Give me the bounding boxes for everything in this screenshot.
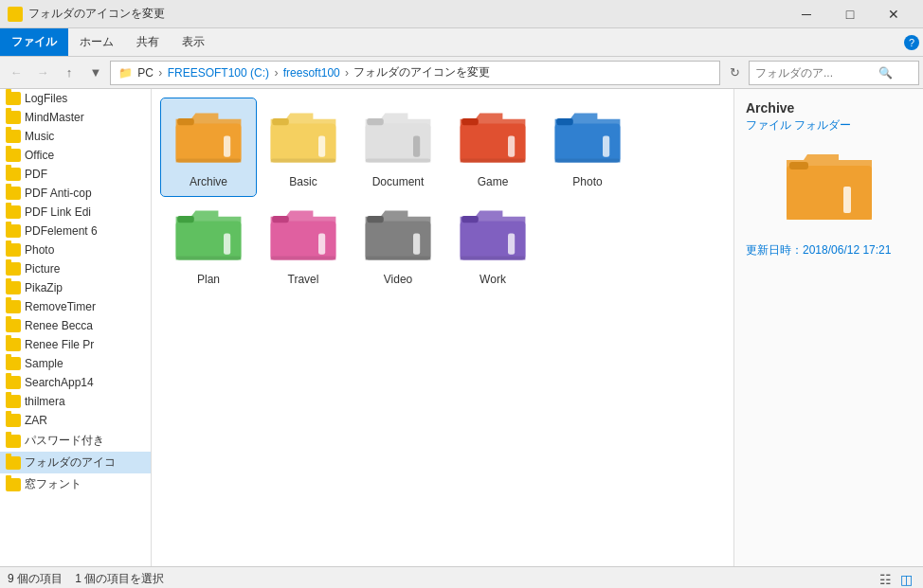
- folder-label: Basic: [289, 175, 317, 188]
- folder-icon: [174, 204, 243, 269]
- up-button[interactable]: ↑: [57, 61, 81, 85]
- search-input[interactable]: [755, 66, 878, 80]
- address-freesoft[interactable]: freesoft100: [283, 66, 340, 80]
- folder-label: Game: [478, 175, 509, 188]
- folder-label: Archive: [190, 175, 227, 188]
- sidebar-item[interactable]: Office: [0, 146, 151, 165]
- folder-icon-small: [6, 281, 21, 294]
- svg-rect-4: [176, 158, 242, 162]
- sidebar-item[interactable]: Picture: [0, 259, 151, 278]
- svg-rect-2: [177, 118, 194, 125]
- svg-rect-48: [843, 187, 851, 213]
- address-drive[interactable]: FREESOFT100 (C:): [168, 66, 269, 80]
- folder-item[interactable]: Travel: [256, 196, 351, 294]
- minimize-button[interactable]: ─: [785, 0, 828, 28]
- folder-item[interactable]: Archive: [161, 98, 256, 196]
- svg-rect-47: [789, 162, 808, 169]
- recent-locations-button[interactable]: ▼: [83, 61, 108, 85]
- sidebar-item[interactable]: LogFiles: [0, 89, 151, 108]
- svg-rect-26: [176, 222, 242, 260]
- folder-item[interactable]: Photo: [540, 98, 635, 196]
- help-icon[interactable]: ?: [904, 35, 919, 50]
- sidebar-item[interactable]: Renee Becca: [0, 316, 151, 335]
- folder-icon: [364, 106, 432, 171]
- sidebar-item[interactable]: Renee File Pr: [0, 335, 151, 354]
- folder-item[interactable]: Basic: [256, 98, 351, 196]
- svg-rect-46: [787, 166, 872, 220]
- ribbon-tabs: ファイル ホーム 共有 表示 ?: [0, 28, 923, 56]
- preview-name: Archive: [746, 100, 794, 116]
- folder-icon-small: [6, 414, 21, 427]
- tab-home[interactable]: ホーム: [68, 28, 125, 56]
- folder-item[interactable]: Game: [445, 98, 540, 196]
- sidebar-item[interactable]: RemoveTimer: [0, 297, 151, 316]
- svg-rect-28: [224, 233, 230, 254]
- folder-icon-small: [6, 300, 21, 313]
- svg-rect-18: [508, 135, 515, 156]
- sidebar-item-label: Music: [25, 130, 54, 143]
- sidebar-item[interactable]: PDF Anti-cop: [0, 184, 151, 203]
- selected-count-text: 1 個の項目を選択: [75, 572, 164, 585]
- sidebar-item-label: ZAR: [25, 414, 47, 427]
- svg-rect-42: [462, 216, 479, 223]
- sidebar-item-label: PDF: [25, 168, 47, 181]
- svg-rect-7: [272, 118, 289, 125]
- folder-icon-small: [6, 111, 21, 124]
- sidebar-item[interactable]: thilmera: [0, 392, 151, 411]
- svg-rect-39: [366, 256, 431, 259]
- main-layout: LogFilesMindMasterMusicOfficePDFPDF Anti…: [0, 89, 923, 566]
- svg-rect-29: [176, 256, 242, 259]
- close-button[interactable]: ✕: [872, 0, 915, 28]
- folder-item[interactable]: Video: [351, 196, 445, 294]
- search-bar[interactable]: 🔍: [749, 61, 919, 85]
- sidebar-item[interactable]: PDF: [0, 165, 151, 184]
- folder-item[interactable]: Work: [445, 196, 540, 294]
- svg-rect-3: [224, 135, 230, 156]
- refresh-button[interactable]: ↻: [722, 61, 747, 85]
- sidebar-item-label: LogFiles: [25, 92, 67, 105]
- tab-file[interactable]: ファイル: [0, 28, 68, 56]
- folder-icon: [459, 204, 527, 269]
- forward-button[interactable]: →: [30, 61, 55, 85]
- address-bar[interactable]: 📁 PC › FREESOFT100 (C:) › freesoft100 › …: [110, 61, 720, 85]
- tab-share[interactable]: 共有: [125, 28, 171, 56]
- folder-icon: [269, 204, 337, 269]
- preview-meta: 更新日時：2018/06/12 17:21: [746, 242, 891, 258]
- search-icon[interactable]: 🔍: [878, 66, 893, 80]
- folder-item[interactable]: Plan: [161, 196, 256, 294]
- sidebar-item[interactable]: パスワード付き: [0, 430, 151, 452]
- sidebar: LogFilesMindMasterMusicOfficePDFPDF Anti…: [0, 89, 152, 566]
- sidebar-item[interactable]: フォルダのアイコ: [0, 452, 151, 473]
- sidebar-item[interactable]: Photo: [0, 241, 151, 259]
- sidebar-item[interactable]: PikaZip: [0, 278, 151, 297]
- title-bar-title: フォルダのアイコンを変更: [28, 6, 165, 22]
- svg-rect-21: [555, 124, 621, 163]
- address-icon: 📁: [118, 66, 133, 80]
- svg-rect-9: [271, 158, 336, 162]
- back-button[interactable]: ←: [4, 61, 28, 85]
- tab-view[interactable]: 表示: [171, 28, 216, 56]
- details-view-button[interactable]: ☷: [876, 570, 895, 589]
- sidebar-item-label: フォルダのアイコ: [25, 454, 116, 471]
- sidebar-item[interactable]: PDFelement 6: [0, 222, 151, 241]
- maximize-button[interactable]: □: [828, 0, 872, 28]
- sidebar-item[interactable]: ZAR: [0, 411, 151, 430]
- svg-rect-27: [177, 216, 194, 223]
- sidebar-item[interactable]: SearchApp14: [0, 373, 151, 392]
- svg-rect-37: [367, 216, 384, 223]
- address-pc: PC: [135, 66, 154, 80]
- sidebar-item-label: PDFelement 6: [25, 224, 98, 238]
- folder-icon: [553, 106, 622, 171]
- large-icons-view-button[interactable]: ◫: [896, 570, 915, 589]
- folder-icon-small: [6, 435, 21, 448]
- svg-rect-8: [318, 135, 325, 156]
- sidebar-item[interactable]: Sample: [0, 354, 151, 373]
- sidebar-item[interactable]: MindMaster: [0, 108, 151, 127]
- folder-icon-small: [6, 92, 21, 105]
- sidebar-item[interactable]: PDF Link Edi: [0, 203, 151, 222]
- sidebar-item[interactable]: Music: [0, 127, 151, 146]
- preview-folder-icon: [787, 149, 872, 227]
- sidebar-item[interactable]: 窓フォント: [0, 473, 151, 495]
- folder-item[interactable]: Document: [351, 98, 445, 196]
- title-bar-left: フォルダのアイコンを変更: [8, 6, 165, 22]
